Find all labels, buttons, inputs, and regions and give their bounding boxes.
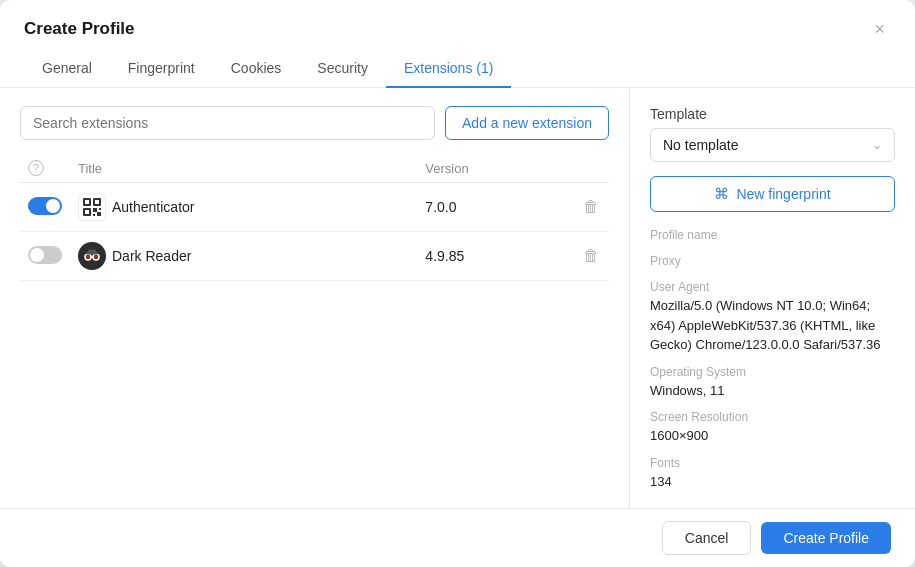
- th-title: Title: [70, 154, 417, 183]
- user-agent-value: Mozilla/5.0 (Windows NT 10.0; Win64; x64…: [650, 296, 895, 355]
- resolution-label: Screen Resolution: [650, 410, 895, 424]
- delete-authenticator-icon[interactable]: 🗑: [583, 198, 599, 215]
- delete-cell-authenticator: 🗑: [573, 183, 609, 232]
- modal-title: Create Profile: [24, 19, 135, 39]
- proxy-row: Proxy: [650, 254, 895, 270]
- search-row: Add a new extension: [20, 106, 609, 140]
- svg-rect-7: [99, 208, 101, 210]
- table-row: Authenticator 7.0.0 🗑: [20, 183, 609, 232]
- svg-rect-8: [93, 214, 95, 216]
- modal-footer: Cancel Create Profile: [0, 508, 915, 567]
- close-button[interactable]: ×: [868, 18, 891, 40]
- profile-name-label: Profile name: [650, 228, 895, 242]
- search-input[interactable]: [20, 106, 435, 140]
- tab-fingerprint[interactable]: Fingerprint: [110, 50, 213, 88]
- profile-info-panel: Template No template ⌄ ⌘ New fingerprint…: [630, 88, 915, 508]
- tab-extensions[interactable]: Extensions (1): [386, 50, 511, 88]
- profile-name-row: Profile name: [650, 228, 895, 244]
- extensions-table: ? Title Version: [20, 154, 609, 281]
- authenticator-icon: [78, 193, 106, 221]
- svg-rect-1: [85, 200, 89, 204]
- delete-cell-darkreader: 🗑: [573, 232, 609, 281]
- user-agent-label: User Agent: [650, 280, 895, 294]
- ext-version-darkreader: 4.9.85: [417, 232, 573, 281]
- toggle-darkreader[interactable]: [28, 246, 62, 264]
- ext-name-cell-darkreader: Dark Reader: [70, 232, 417, 281]
- help-icon[interactable]: ?: [28, 160, 44, 176]
- chevron-down-icon: ⌄: [872, 138, 882, 152]
- toggle-authenticator[interactable]: [28, 197, 62, 215]
- modal-body: Add a new extension ? Title Version: [0, 88, 915, 508]
- svg-rect-9: [97, 212, 101, 216]
- svg-point-14: [86, 255, 90, 259]
- profile-details: Profile name Proxy User Agent Mozilla/5.…: [650, 228, 895, 491]
- ext-name-darkreader: Dark Reader: [112, 248, 191, 264]
- tab-security[interactable]: Security: [299, 50, 386, 88]
- tab-general[interactable]: General: [24, 50, 110, 88]
- template-dropdown[interactable]: No template ⌄: [650, 128, 895, 162]
- modal-header: Create Profile ×: [0, 0, 915, 40]
- th-version: Version: [417, 154, 573, 183]
- delete-darkreader-icon[interactable]: 🗑: [583, 247, 599, 264]
- fingerprint-btn-label: New fingerprint: [736, 186, 830, 202]
- fonts-row: Fonts 134: [650, 456, 895, 492]
- ext-name-authenticator: Authenticator: [112, 199, 195, 215]
- resolution-value: 1600×900: [650, 426, 895, 446]
- create-profile-button[interactable]: Create Profile: [761, 522, 891, 554]
- new-fingerprint-button[interactable]: ⌘ New fingerprint: [650, 176, 895, 212]
- os-row: Operating System Windows, 11: [650, 365, 895, 401]
- cancel-button[interactable]: Cancel: [662, 521, 752, 555]
- tab-bar: General Fingerprint Cookies Security Ext…: [0, 50, 915, 88]
- extensions-panel: Add a new extension ? Title Version: [0, 88, 630, 508]
- table-row: Dark Reader 4.9.85 🗑: [20, 232, 609, 281]
- proxy-label: Proxy: [650, 254, 895, 268]
- fonts-value: 134: [650, 472, 895, 492]
- create-profile-modal: Create Profile × General Fingerprint Coo…: [0, 0, 915, 567]
- tab-cookies[interactable]: Cookies: [213, 50, 300, 88]
- template-section: Template No template ⌄: [650, 106, 895, 164]
- resolution-row: Screen Resolution 1600×900: [650, 410, 895, 446]
- ext-version-authenticator: 7.0.0: [417, 183, 573, 232]
- toggle-cell: [20, 183, 70, 232]
- svg-point-10: [81, 245, 103, 267]
- svg-rect-17: [88, 250, 96, 253]
- close-icon: ×: [874, 19, 885, 39]
- svg-rect-6: [93, 208, 97, 212]
- th-actions: [573, 154, 609, 183]
- user-agent-row: User Agent Mozilla/5.0 (Windows NT 10.0;…: [650, 280, 895, 355]
- fonts-label: Fonts: [650, 456, 895, 470]
- darkreader-icon: [78, 242, 106, 270]
- svg-point-15: [94, 255, 98, 259]
- os-value: Windows, 11: [650, 381, 895, 401]
- th-help: ?: [20, 154, 70, 183]
- ext-name-cell-authenticator: Authenticator: [70, 183, 417, 232]
- os-label: Operating System: [650, 365, 895, 379]
- toggle-cell: [20, 232, 70, 281]
- fingerprint-icon: ⌘: [714, 185, 729, 203]
- svg-rect-3: [95, 200, 99, 204]
- template-label: Template: [650, 106, 895, 122]
- svg-rect-5: [85, 210, 89, 214]
- template-value: No template: [663, 137, 738, 153]
- add-extension-button[interactable]: Add a new extension: [445, 106, 609, 140]
